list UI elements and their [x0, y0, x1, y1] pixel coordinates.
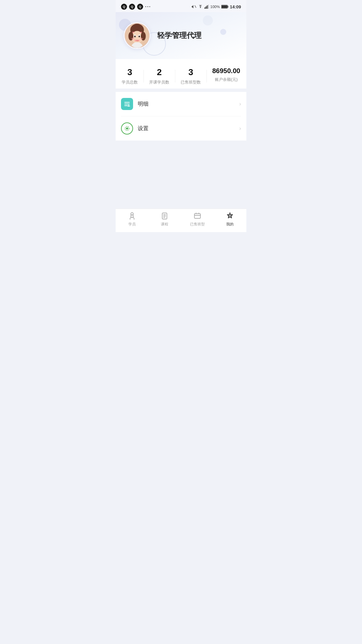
stat-value-3: 86950.00	[212, 67, 240, 75]
svg-text:不胖: 不胖	[135, 40, 139, 42]
stat-divider-1	[143, 70, 144, 83]
avatar: 不胖	[124, 22, 150, 49]
menu-label-settings: 设置	[138, 125, 235, 132]
stat-value-0: 3	[127, 67, 132, 77]
svg-rect-26	[127, 106, 130, 106]
battery-icon	[221, 5, 229, 9]
nav-label-students: 学员	[128, 222, 136, 227]
student-icon	[128, 212, 136, 220]
detail-icon	[121, 98, 133, 110]
nav-label-sold-classes: 已售班型	[190, 222, 205, 227]
app-icon-q2: Q	[129, 4, 135, 10]
status-time: 14:09	[230, 4, 241, 9]
status-apps: Q Q Q ···	[121, 4, 151, 10]
class-icon	[193, 212, 202, 220]
profile-name: 轻学管理代理	[157, 31, 201, 41]
svg-rect-21	[140, 32, 142, 33]
mine-icon	[226, 212, 234, 220]
svg-rect-3	[207, 5, 208, 9]
settings-icon-wrapper	[121, 122, 133, 135]
svg-point-27	[126, 127, 128, 129]
menu-section: 明细 › 设置 ›	[116, 92, 246, 141]
nav-item-mine[interactable]: 我的	[220, 212, 240, 227]
stat-label-3: 账户余额(元)	[215, 77, 238, 83]
svg-rect-23	[124, 104, 130, 104]
nav-item-courses[interactable]: 课程	[155, 212, 175, 227]
header-area: 不胖 轻学管理代理	[116, 12, 246, 59]
settings-icon	[124, 125, 130, 131]
svg-point-14	[134, 36, 136, 38]
menu-label-detail: 明细	[138, 101, 235, 108]
chevron-icon-detail: ›	[239, 101, 241, 107]
bottom-nav: 学员 课程 已售班型	[116, 209, 246, 232]
profile-row: 不胖 轻学管理代理	[124, 22, 238, 49]
nav-label-mine: 我的	[226, 222, 234, 227]
svg-point-15	[138, 36, 140, 38]
course-icon	[160, 212, 169, 220]
svg-point-19	[139, 38, 142, 40]
stat-value-2: 3	[188, 67, 193, 77]
avatar-svg: 不胖	[125, 22, 149, 49]
svg-line-0	[195, 5, 196, 8]
chevron-icon-settings: ›	[239, 125, 241, 131]
status-right: 100% 14:09	[192, 4, 241, 9]
app-icon-q3: Q	[137, 4, 143, 10]
stat-label-1: 开课学员数	[149, 79, 169, 85]
stat-active-students: 2 开课学员数	[149, 67, 169, 85]
avatar-image: 不胖	[125, 23, 149, 48]
stat-divider-2	[175, 70, 175, 83]
wifi-icon	[198, 5, 203, 9]
nav-label-courses: 课程	[161, 222, 168, 227]
stat-value-1: 2	[157, 67, 162, 77]
signal-icon	[204, 5, 209, 9]
bottom-background	[116, 141, 246, 209]
svg-rect-22	[124, 102, 130, 103]
stats-row: 3 学员总数 2 开课学员数 3 已售班型数 86950.00 账户余额(元)	[116, 59, 246, 89]
status-more: ···	[145, 4, 151, 9]
nav-item-sold-classes[interactable]: 已售班型	[187, 212, 207, 227]
nav-item-students[interactable]: 学员	[122, 212, 142, 227]
menu-item-detail[interactable]: 明细 ›	[121, 92, 241, 116]
separator-1	[116, 89, 246, 92]
stat-balance: 86950.00 账户余额(元)	[212, 67, 240, 85]
svg-rect-20	[132, 32, 134, 33]
svg-point-18	[131, 38, 134, 40]
list-icon	[124, 101, 130, 107]
status-bar: Q Q Q ··· 100% 14:09	[116, 0, 246, 12]
stat-total-students: 3 学员总数	[122, 67, 138, 85]
svg-rect-4	[208, 5, 209, 9]
svg-rect-34	[194, 214, 200, 218]
menu-item-settings[interactable]: 设置 ›	[121, 116, 241, 141]
app-icon-q1: Q	[121, 4, 127, 10]
stat-divider-3	[206, 70, 207, 83]
svg-rect-24	[124, 105, 128, 106]
svg-marker-29	[131, 214, 133, 217]
stat-sold-classes: 3 已售班型数	[181, 67, 201, 85]
mute-icon	[192, 5, 196, 9]
svg-rect-2	[205, 6, 206, 9]
svg-rect-6	[222, 5, 227, 8]
stat-label-0: 学员总数	[122, 79, 138, 85]
battery-percent: 100%	[210, 5, 220, 9]
stat-label-2: 已售班型数	[181, 79, 201, 85]
svg-rect-1	[204, 7, 205, 9]
